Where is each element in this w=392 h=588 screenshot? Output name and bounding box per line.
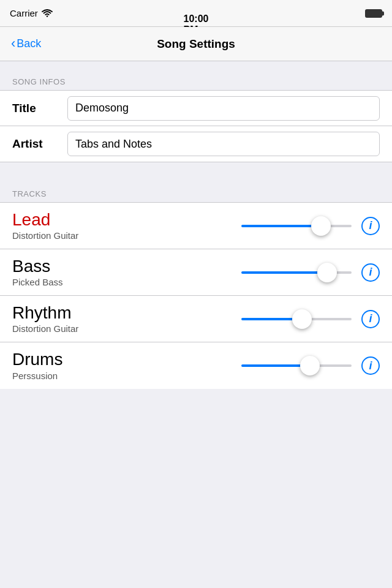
track-info-button-3[interactable]: i (361, 356, 380, 375)
track-name-0: Lead (12, 211, 110, 230)
track-name-2: Rhythm (12, 304, 110, 323)
artist-label: Artist (12, 137, 67, 151)
track-instrument-3: Perssusion (12, 371, 110, 381)
title-input[interactable] (67, 96, 380, 121)
track-info-1: Bass Picked Bass (12, 257, 110, 288)
track-controls-2: i (110, 310, 380, 328)
track-info-button-0[interactable]: i (361, 217, 380, 235)
track-controls-1: i (110, 263, 380, 282)
track-instrument-1: Picked Bass (12, 277, 110, 287)
navigation-bar: ‹ Back Song Settings (0, 27, 392, 61)
artist-input[interactable] (67, 132, 380, 156)
spacer-bottom (0, 389, 392, 438)
slider-thumb-1[interactable] (317, 263, 337, 282)
track-info-3: Drums Perssusion (12, 350, 110, 381)
slider-thumb-3[interactable] (300, 356, 320, 375)
track-info-2: Rhythm Distortion Guitar (12, 304, 110, 334)
tracks-section: TRACKS Lead Distortion Guitar i Bass Pic… (0, 179, 392, 389)
track-controls-0: i (110, 217, 380, 235)
battery-indicator (365, 9, 382, 18)
track-controls-3: i (110, 356, 380, 375)
wifi-icon (42, 9, 53, 18)
track-name-3: Drums (12, 350, 110, 369)
track-row: Bass Picked Bass i (0, 249, 392, 296)
spacer-top (0, 61, 392, 67)
volume-slider-2[interactable] (241, 318, 352, 320)
slider-thumb-2[interactable] (292, 309, 312, 329)
spacer-mid (0, 162, 392, 179)
volume-slider-1[interactable] (241, 271, 352, 274)
artist-row: Artist (0, 126, 392, 162)
back-button[interactable]: ‹ Back (6, 32, 46, 55)
song-infos-form: Title Artist (0, 90, 392, 162)
track-name-1: Bass (12, 257, 110, 276)
carrier-label: Carrier (10, 8, 53, 18)
tracks-section-header: TRACKS (0, 179, 392, 202)
status-bar: Carrier 10:00 PM (0, 0, 392, 27)
track-info-0: Lead Distortion Guitar (12, 211, 110, 241)
volume-slider-0[interactable] (241, 225, 352, 227)
track-instrument-2: Distortion Guitar (12, 323, 110, 334)
track-instrument-0: Distortion Guitar (12, 230, 110, 241)
track-info-button-1[interactable]: i (361, 263, 380, 282)
track-row: Drums Perssusion i (0, 342, 392, 389)
track-list: Lead Distortion Guitar i Bass Picked Bas… (0, 202, 392, 389)
track-row: Lead Distortion Guitar i (0, 203, 392, 249)
back-label: Back (17, 37, 41, 50)
slider-thumb-0[interactable] (311, 216, 331, 236)
back-chevron-icon: ‹ (11, 37, 15, 50)
track-info-button-2[interactable]: i (361, 310, 380, 328)
song-infos-section-header: SONG INFOS (0, 67, 392, 90)
volume-slider-3[interactable] (241, 364, 352, 367)
title-row: Title (0, 91, 392, 126)
page-title: Song Settings (157, 37, 235, 51)
track-row: Rhythm Distortion Guitar i (0, 296, 392, 342)
title-label: Title (12, 102, 67, 115)
